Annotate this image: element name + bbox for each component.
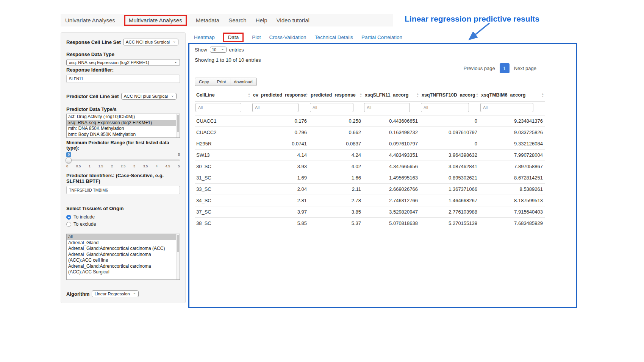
tab-plot[interactable]: Plot [252,34,261,40]
column-filter-xsqtnfrsf10d-accorg[interactable] [421,103,469,112]
predictor-data-type-option[interactable]: bmt: Body DNA 850K Methylation [67,132,180,138]
tissue-include-radio[interactable]: To include [66,214,180,220]
predictor-identifiers-label: Predictor Identifiers: (Case-Sensitive, … [66,173,180,184]
cell-cellline: 30_SC [195,161,252,172]
tab-partial-correlation[interactable]: Partial Correlation [361,34,402,40]
chevron-down-icon: ⌄ [173,40,176,43]
tissue-origin-option[interactable]: Adrenal_Gland:Adrenocortical carcinoma (… [67,264,180,275]
predictor-cell-line-set-select[interactable]: ACC NCI plus Surgical ⌄ [121,93,177,100]
column-header-xsqtmbim6-accorg[interactable]: xsqTMBIM6_accorg▲▼ [480,89,545,101]
column-header-label: xsqSLFN11_accorg [365,92,408,98]
tissue-exclude-radio[interactable]: To exclude [66,222,180,227]
copy-button[interactable]: Copy [195,78,213,86]
cell-cellline: SW13 [195,150,252,161]
column-header-xsqtnfrsf10d-accorg[interactable]: xsqTNFRSF10D_accorg▲▼ [420,89,480,101]
previous-page-button[interactable]: Previous page [464,66,495,71]
cell-xsqtmbim6-accorg: 9.033725826 [480,127,545,138]
download-button[interactable]: download [230,78,257,86]
nav-item-help[interactable]: Help [256,17,267,23]
top-navbar: Univariate AnalysesMultivariate Analyses… [61,14,393,27]
column-filter-cellline[interactable] [195,103,241,112]
response-identifier-input[interactable] [66,75,180,83]
cell-cv-predicted-response: 1.69 [252,172,309,184]
sort-icon[interactable]: ▲▼ [248,93,250,98]
scrollbar[interactable] [176,234,180,279]
nav-item-univariate-analyses[interactable]: Univariate Analyses [65,17,115,23]
cell-cellline: CUACC1 [195,115,252,127]
predictor-data-types-listbox[interactable]: act: Drug Activity (-log10[IC50M])xsq: R… [66,114,180,138]
chevron-down-icon: ⌄ [133,292,136,295]
sort-icon[interactable]: ▲▼ [360,93,362,98]
tab-technical-details[interactable]: Technical Details [315,34,353,40]
nav-item-multivariate-analyses[interactable]: Multivariate Analyses [124,15,187,26]
response-data-type-select[interactable]: xsq: RNA-seq Expression (log2 FPKM+1) ⌄ [66,59,180,66]
sort-icon[interactable]: ▲▼ [541,93,544,98]
slider-tick: 4.5 [166,164,170,168]
tab-cross-validation[interactable]: Cross-Validation [269,34,306,40]
response-data-type-label: Response Data Type [66,51,180,57]
column-filter-predicted-response[interactable] [310,103,353,112]
cell-cellline: 38_SC [195,218,252,229]
tab-data[interactable]: Data [223,33,244,42]
scrollbar-thumb[interactable] [177,235,179,252]
tab-heatmap[interactable]: Heatmap [194,34,215,40]
cell-xsqtnfrsf10d-accorg: 0.895302621 [420,172,480,184]
column-filter-xsqslfn11-accorg[interactable] [364,103,410,112]
column-header-cellline[interactable]: CellLine▲▼ [195,89,252,101]
column-header-xsqslfn11-accorg[interactable]: xsqSLFN11_accorg▲▼ [363,89,420,101]
sort-icon[interactable]: ▲▼ [416,93,419,98]
column-filter-cv-predicted-response[interactable] [252,103,299,112]
slider-track[interactable] [66,159,180,161]
cell-xsqtmbim6-accorg: 9.332126084 [480,138,545,150]
cell-predicted-response: 3.85 [309,206,363,218]
sort-icon[interactable]: ▲▼ [476,93,478,98]
cell-cellline: 31_SC [195,172,252,184]
nav-item-metadata[interactable]: Metadata [196,17,220,23]
predictor-data-type-option[interactable]: act: Drug Activity (-log10[IC50M]) [67,114,180,120]
nav-item-search[interactable]: Search [228,17,247,23]
cell-predicted-response: 4.24 [309,150,363,161]
slider-tick: 3 [133,164,135,168]
predictor-identifiers-input[interactable] [66,186,180,194]
column-header-predicted-response[interactable]: predicted_response▲▼ [309,89,363,101]
predictor-data-type-option[interactable]: xsq: RNA-seq Expression (log2 FPKM+1) [67,120,180,126]
column-header-cv-predicted-response[interactable]: cv_predicted_response▲▼ [252,89,309,101]
cell-cv-predicted-response: 2.04 [252,184,309,195]
next-page-button[interactable]: Next page [514,66,536,71]
page-length-select[interactable]: 10 ⌄ [210,47,227,53]
scrollbar[interactable] [176,114,180,137]
slider-ticks: 00.511.522.533.544.55 [66,164,180,168]
slider-handle[interactable] [66,157,72,163]
sort-icon[interactable]: ▲▼ [305,93,308,98]
tissue-origin-option[interactable]: Adrenal_Gland [67,240,180,246]
annotation-arrow-icon [463,21,494,45]
radio-checked-icon [66,215,71,220]
algorithm-label: Algorithm [66,291,89,297]
slider-tick: 0 [66,164,68,168]
tissue-origin-label: Select Tissue/s of Origin [66,206,180,211]
min-predictor-range-slider[interactable]: 0 5 00.511.522.533.544.55 [66,152,180,168]
predictor-data-type-option[interactable]: mth: DNA 850K Methylation [67,126,180,132]
current-page-button[interactable]: 1 [500,63,510,73]
algorithm-select[interactable]: Linear Regression ⌄ [92,290,139,297]
slider-max-label: 5 [178,153,180,156]
slider-value-badge: 0 [66,152,71,157]
tissue-origin-option[interactable]: Adrenal_Gland:Adrenocortical carcinoma (… [67,246,180,252]
response-cell-line-set-label: Response Cell Line Set [66,39,121,45]
cell-xsqtmbim6-accorg: 8.187599513 [480,195,545,206]
cell-xsqslfn11-accorg: 1.495695163 [363,172,420,184]
cell-xsqtmbim6-accorg: 8.672814251 [480,172,545,184]
cell-xsqtnfrsf10d-accorg: 0 [420,138,480,150]
response-cell-line-set-select[interactable]: ACC NCI plus Surgical ⌄ [123,39,179,45]
predictor-data-types-label: Predictor Data Type/s [66,106,180,112]
scrollbar-thumb[interactable] [177,115,179,132]
print-button[interactable]: Print [213,78,230,86]
cell-xsqtmbim6-accorg: 7.990728004 [480,150,545,161]
pagination: Previous page 1 Next page [464,63,536,73]
tissue-origin-listbox[interactable]: allAdrenal_GlandAdrenal_Gland:Adrenocort… [66,234,180,280]
tissue-origin-option[interactable]: all [67,234,180,240]
tissue-origin-option[interactable]: Adrenal_Gland:Adrenocortical carcinoma (… [67,252,180,264]
cell-xsqslfn11-accorg: 4.347665656 [363,161,420,172]
nav-item-video-tutorial[interactable]: Video tutorial [277,17,309,23]
column-filter-xsqtmbim6-accorg[interactable] [480,103,533,112]
